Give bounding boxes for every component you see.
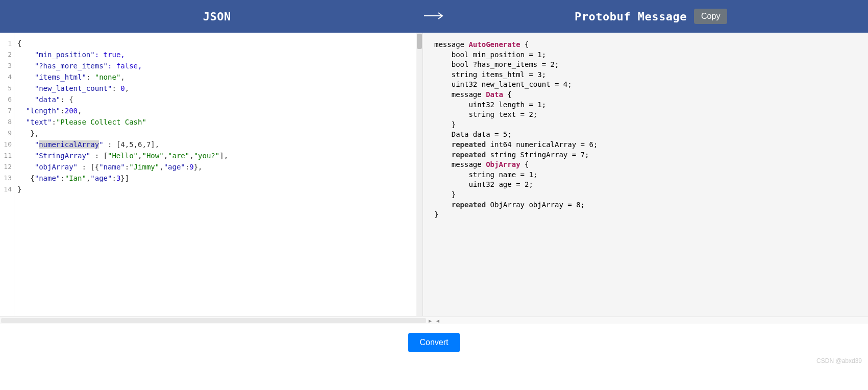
code-line: "min_position": true, [17,51,125,59]
line-number: 10 [0,139,12,150]
footer: Convert CSDN @abxd39 [0,324,868,368]
code-line: "objArray" : [{"name":"Jimmy","age":9}, [17,163,203,171]
code-line: } [434,120,857,130]
horizontal-scrollbar-thumb[interactable] [1,318,426,323]
line-number: 14 [0,184,12,195]
line-number: 6 [0,94,12,105]
convert-button[interactable]: Convert [408,333,459,352]
code-line: repeated string StringArray = 7; [434,150,857,160]
code-line: } [434,210,857,220]
code-line: message AutoGenerate { [434,40,857,50]
horizontal-scrollbar-right[interactable]: ◄ [434,317,868,324]
code-line: repeated ObjArray objArray = 8; [434,200,857,210]
code-line: "items_html": "none", [17,73,125,81]
code-line: "StringArray" : ["Hello","How","are","yo… [17,152,228,160]
json-editor[interactable]: { "min_position": true, "?has_more_items… [14,33,416,316]
protobuf-title: Protobuf Message [575,10,687,23]
code-line: string text = 2; [434,110,857,120]
line-number: 3 [0,60,12,71]
code-line: uint32 new_latent_count = 4; [434,80,857,90]
line-number: 5 [0,83,12,94]
line-number: 12 [0,161,12,173]
line-number: 13 [0,173,12,184]
code-line: bool ?has_more_items = 2; [434,60,857,70]
code-line: "?has_more_items": false, [17,62,142,70]
code-line: }, [17,129,39,137]
line-number: 7 [0,105,12,116]
line-number: 11 [0,150,12,161]
header-right-section: Protobuf Message Copy [434,9,869,24]
code-line: "new_latent_count": 0, [17,84,129,92]
line-number: 9 [0,128,12,139]
scroll-left-icon[interactable]: ◄ [434,317,441,324]
code-line: "text":"Please Collect Cash" [17,118,146,126]
main-split-view: 1 2 3 4 5 6 7 8 9 10 11 12 13 14 { "min_… [0,33,868,316]
watermark-text: CSDN @abxd39 [816,357,862,364]
line-number-gutter: 1 2 3 4 5 6 7 8 9 10 11 12 13 14 [0,33,14,316]
code-line: { [17,39,21,47]
vertical-scrollbar-thumb[interactable] [417,34,422,49]
code-line: string name = 1; [434,170,857,180]
arrow-icon [424,8,444,25]
code-line: string items_html = 3; [434,70,857,80]
code-line: bool min_position = 1; [434,50,857,60]
code-line: "numericalArray" : [4,5,6,7], [17,140,159,149]
line-number: 1 [0,38,12,49]
code-line: Data data = 5; [434,130,857,140]
protobuf-output-pane: message AutoGenerate { bool min_position… [423,33,868,316]
header-left-section: JSON [0,10,434,23]
code-line: {"name":"Ian","age":3}] [17,174,129,182]
code-line: uint32 age = 2; [434,180,857,190]
code-line: uint32 length = 1; [434,100,857,110]
code-line: "data": { [17,95,73,104]
line-number: 8 [0,116,12,128]
code-line: message Data { [434,90,857,100]
code-line: } [434,190,857,200]
horizontal-scrollbar-left[interactable]: ◄ ► [0,317,434,324]
code-line: "length":200, [17,107,82,115]
code-line: } [17,185,21,193]
line-number: 4 [0,71,12,83]
copy-button[interactable]: Copy [694,9,727,24]
app-header: JSON Protobuf Message Copy [0,0,868,33]
json-title: JSON [203,10,231,23]
line-number: 2 [0,49,12,60]
vertical-scrollbar[interactable] [416,33,423,316]
json-editor-pane: 1 2 3 4 5 6 7 8 9 10 11 12 13 14 { "min_… [0,33,423,316]
code-line: message ObjArray { [434,160,857,170]
horizontal-scrollbars: ◄ ► ◄ [0,316,868,324]
code-line: repeated int64 numericalArray = 6; [434,140,857,150]
scroll-right-icon[interactable]: ► [427,317,434,324]
